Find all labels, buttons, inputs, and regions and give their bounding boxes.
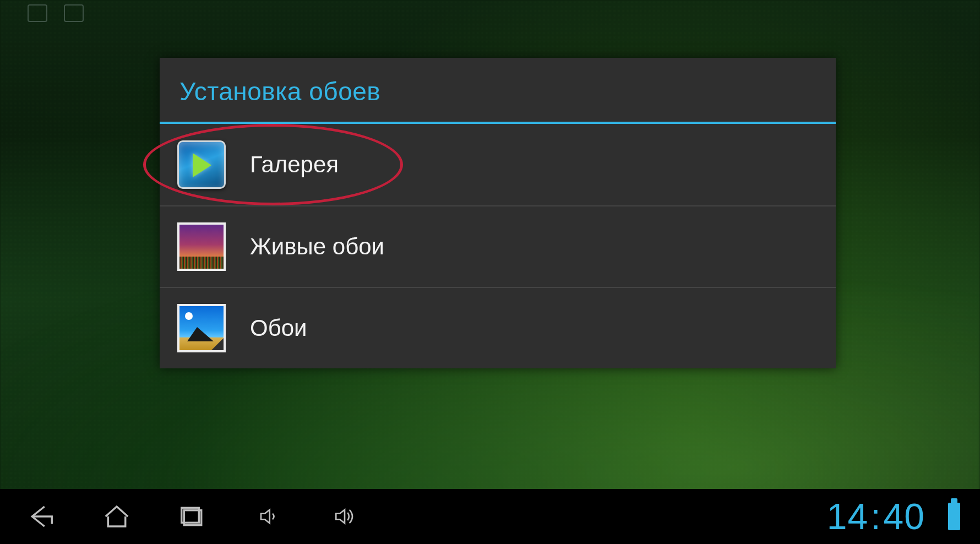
status-bar-stub	[28, 4, 84, 22]
system-navigation-bar: 14 : 40	[0, 489, 980, 544]
wallpapers-icon	[177, 304, 226, 352]
dialog-title: Установка обоев	[160, 58, 836, 122]
volume-down-button[interactable]	[250, 498, 287, 535]
volume-down-icon	[257, 505, 280, 528]
option-gallery-label: Галерея	[250, 151, 339, 178]
back-icon	[26, 502, 56, 531]
clock-separator: :	[870, 496, 881, 537]
clock-minutes: 40	[884, 496, 925, 537]
option-live-wallpapers-label: Живые обои	[250, 233, 384, 260]
option-wallpapers[interactable]: Обои	[160, 287, 836, 368]
volume-up-button[interactable]	[326, 498, 363, 535]
option-live-wallpapers[interactable]: Живые обои	[160, 205, 836, 287]
live-wallpaper-icon	[177, 222, 226, 271]
recent-apps-button[interactable]	[174, 498, 211, 535]
home-icon	[102, 502, 132, 531]
set-wallpaper-dialog: Установка обоев Галерея Живые обои Обои	[160, 58, 836, 368]
volume-up-icon	[333, 505, 356, 528]
option-wallpapers-label: Обои	[250, 315, 307, 341]
clock-hours: 14	[827, 496, 868, 537]
gallery-icon	[177, 140, 226, 189]
battery-icon	[948, 503, 960, 530]
recent-apps-icon	[178, 502, 208, 531]
option-gallery[interactable]: Галерея	[160, 124, 836, 205]
home-button[interactable]	[98, 498, 135, 535]
status-clock[interactable]: 14 : 40	[827, 496, 925, 537]
back-button[interactable]	[22, 498, 59, 535]
